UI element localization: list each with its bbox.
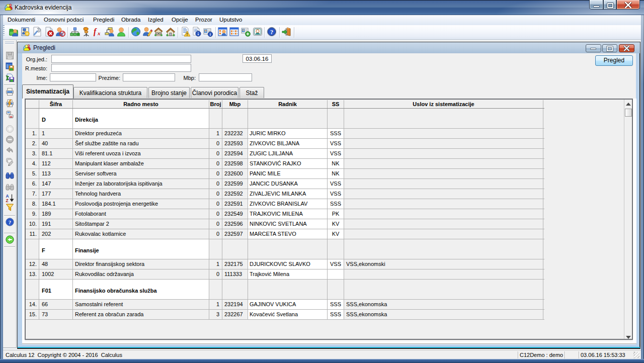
svg-text:f: f [94, 27, 97, 36]
svg-text:?: ? [270, 29, 273, 36]
svg-text:x: x [97, 30, 101, 36]
svg-text:Z: Z [6, 198, 9, 203]
svg-text:?: ? [9, 219, 12, 225]
